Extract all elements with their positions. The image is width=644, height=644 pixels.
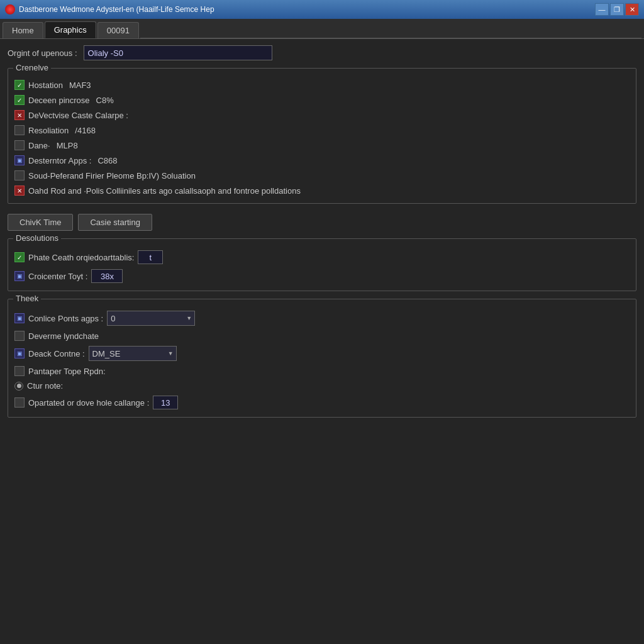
label-hostation: Hostation — [28, 80, 63, 90]
value-hostation: MAF3 — [69, 80, 91, 90]
value-dane: MLP8 — [57, 141, 78, 150]
checkbox-devectvise[interactable]: ✕ — [14, 110, 25, 120]
check-row-soud: Soud-Peferand Firier Pleome Bp:IV) Solua… — [14, 168, 630, 183]
theek-title: Theek — [13, 294, 41, 303]
desolutions-title: Desolutions — [13, 233, 61, 243]
conlice-select-wrapper: 0 1 2 — [107, 311, 195, 326]
check-row-dane: Dane· MLP8 — [14, 138, 630, 153]
label-opartated: Opartated or dove hole callange : — [28, 398, 149, 408]
checkbox-hostation[interactable]: ✓ — [14, 80, 25, 90]
check-row-resoliation: Resoliation /4168 — [14, 123, 630, 138]
checkbox-soud[interactable] — [14, 170, 25, 180]
origin-label: Orgint of upenous : — [8, 48, 77, 58]
crenelve-section: Crenelve ✓ Hostation MAF3 ✓ Deceen pincr… — [8, 68, 636, 204]
opartated-input[interactable] — [153, 396, 178, 409]
label-deceen: Deceen pincrose — [28, 96, 90, 105]
value-desterntor: C868 — [97, 156, 117, 165]
label-croicenter: Croicenter Toyt : — [28, 272, 87, 281]
label-pantaper: Pantaper Tope Rpdn: — [28, 367, 106, 376]
croicenter-input[interactable] — [91, 269, 123, 283]
check-row-deceen: ✓ Deceen pincrose C8% — [14, 92, 630, 108]
icon-conlice: ▣ — [14, 313, 25, 323]
value-deceen: C8% — [96, 96, 114, 105]
checkbox-opartated[interactable] — [14, 397, 25, 408]
casie-starting-button[interactable]: Casie starting — [78, 214, 152, 231]
phate-input[interactable] — [138, 250, 163, 264]
main-content: Orgint of upenous : Crenelve ✓ Hostation… — [0, 39, 644, 643]
icon-deack: ▣ — [14, 348, 25, 358]
tab-00091[interactable]: 00091 — [97, 22, 139, 38]
theek-row6: Opartated or dove hole callange : — [14, 393, 630, 412]
checkbox-deceen[interactable]: ✓ — [14, 95, 25, 105]
tab-bar: Home Graphics 00091 — [0, 19, 644, 39]
theek-row1: ▣ Conlice Ponts agps : 0 1 2 — [14, 308, 630, 328]
theek-section: Theek ▣ Conlice Ponts agps : 0 1 2 Dever… — [8, 299, 636, 418]
label-devectvise: DeVectvise Caste Calarpe : — [28, 111, 128, 120]
desolutions-section: Desolutions ✓ Phate Ceath orqiedoarttabl… — [8, 238, 636, 291]
check-row-oahd: ✕ Oahd Rod and ·Polis Colliiniles arts a… — [14, 183, 630, 198]
app-icon — [5, 4, 15, 14]
label-dane: Dane· — [28, 141, 50, 150]
window-controls: — ❐ ✕ — [595, 3, 639, 16]
window-title: Dastberone Wedmone Adysterl-en (Haailf-L… — [19, 5, 214, 14]
check-row-devectvise: ✕ DeVectvise Caste Calarpe : — [14, 108, 630, 123]
minimize-button[interactable]: — — [595, 3, 609, 16]
tab-home[interactable]: Home — [3, 22, 43, 38]
check-row-desterntor: ▣ Desterntor Apps : C868 — [14, 153, 630, 168]
checkbox-deverme[interactable] — [14, 331, 25, 341]
origin-row: Orgint of upenous : — [8, 45, 636, 60]
desolutions-row2: ▣ Croicenter Toyt : — [14, 267, 630, 286]
theek-row5: Ctur note: — [14, 379, 630, 393]
label-deverme: Deverme lyndchate — [28, 331, 99, 341]
checkbox-resoliation[interactable] — [14, 125, 25, 135]
value-resoliation: /4168 — [75, 126, 96, 135]
theek-row2: Deverme lyndchate — [14, 328, 630, 343]
tab-graphics[interactable]: Graphics — [45, 21, 96, 38]
label-conlice: Conlice Ponts agps : — [28, 314, 103, 323]
chivk-time-button[interactable]: ChivK Time — [8, 214, 73, 231]
checkbox-phate[interactable]: ✓ — [14, 252, 25, 262]
checkbox-dane[interactable] — [14, 140, 25, 150]
close-button[interactable]: ✕ — [625, 3, 639, 16]
check-row-hostation: ✓ Hostation MAF3 — [14, 77, 630, 92]
checkbox-oahd[interactable]: ✕ — [14, 186, 25, 196]
theek-row3: ▣ Deack Contne : DM_SE DM_A DM_B — [14, 343, 630, 364]
deack-select[interactable]: DM_SE DM_A DM_B — [89, 346, 177, 361]
label-soud: Soud-Peferand Firier Pleome Bp:IV) Solua… — [28, 171, 196, 180]
origin-input[interactable] — [84, 45, 272, 60]
label-ctur: Ctur note: — [27, 381, 63, 391]
checkbox-desterntor[interactable]: ▣ — [14, 155, 25, 165]
radio-ctur[interactable] — [14, 382, 23, 391]
label-deack: Deack Contne : — [28, 349, 85, 358]
theek-row4: Pantaper Tope Rpdn: — [14, 364, 630, 379]
label-phate: Phate Ceath orqiedoarttablis: — [28, 253, 134, 262]
restore-button[interactable]: ❐ — [610, 3, 624, 16]
checkbox-pantaper[interactable] — [14, 366, 25, 376]
label-desterntor: Desterntor Apps : — [28, 156, 91, 165]
label-resoliation: Resoliation — [28, 126, 69, 135]
label-oahd: Oahd Rod and ·Polis Colliiniles arts ago… — [28, 186, 301, 196]
buttons-row: ChivK Time Casie starting — [8, 211, 636, 233]
title-bar: Dastberone Wedmone Adysterl-en (Haailf-L… — [0, 0, 644, 19]
conlice-select[interactable]: 0 1 2 — [107, 311, 195, 326]
checkbox-croicenter[interactable]: ▣ — [14, 271, 25, 281]
crenelve-title: Crenelve — [13, 63, 51, 72]
desolutions-row1: ✓ Phate Ceath orqiedoarttablis: — [14, 248, 630, 267]
deack-select-wrapper: DM_SE DM_A DM_B — [89, 346, 177, 361]
